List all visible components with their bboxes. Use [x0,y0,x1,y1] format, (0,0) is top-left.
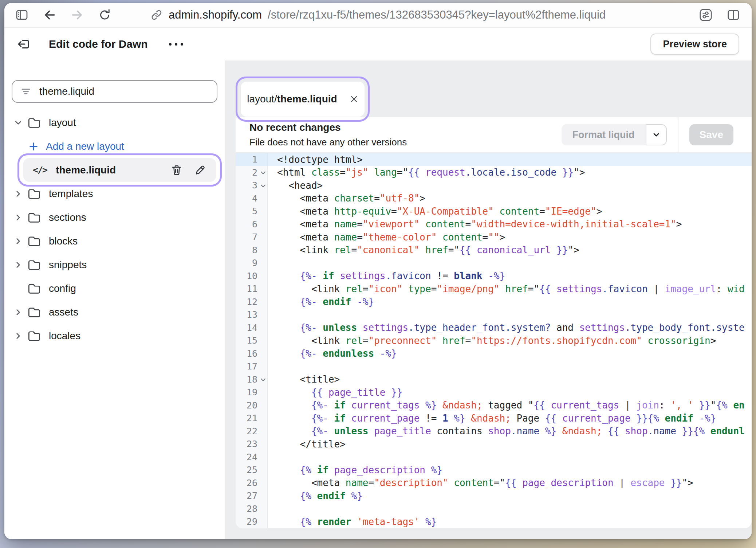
code-line-8[interactable]: 8 <link rel="canonical" href="{{ canonic… [236,244,752,257]
line-number: 7 [236,231,268,244]
code-line-15[interactable]: 15 <link rel="preconnect" href="https://… [236,334,752,347]
reload-icon[interactable] [98,8,112,22]
code-line-16[interactable]: 16 {%- endunless -%} [236,347,752,360]
chevron-right-icon[interactable] [13,308,23,316]
version-infobar: No recent changes File does not have any… [236,117,752,153]
line-number: 16 [236,347,268,360]
sidebar-folder-locales[interactable]: locales [4,324,225,348]
code-line-20[interactable]: 20 {%- if current_tags %} &ndash; tagged… [236,399,752,412]
code-text: <link rel="preconnect" href="https://fon… [268,335,752,346]
format-dropdown-button[interactable] [646,124,667,145]
sidebar-folder-assets[interactable]: assets [4,300,225,324]
format-liquid-button[interactable]: Format liquid [562,124,646,145]
code-text: {%- if settings.favicon != blank -%} [268,270,752,281]
more-options-icon[interactable] [169,43,183,46]
line-number: 22 [236,425,268,438]
page-title: Edit code for Dawn [49,38,148,50]
back-icon[interactable] [42,8,57,22]
forward-icon[interactable] [70,8,84,22]
code-line-6[interactable]: 6 <meta name="viewport" content="width=d… [236,218,752,231]
code-line-7[interactable]: 7 <meta name="theme-color" content=""> [236,231,752,244]
code-line-18[interactable]: 18 <title> [236,373,752,386]
line-number: 15 [236,334,268,347]
code-line-29[interactable]: 29 {% render 'meta-tags' %} [236,515,752,528]
code-line-12[interactable]: 12 {%- endif -%} [236,295,752,309]
selected-file-item[interactable]: </>theme.liquid [23,158,216,182]
sidebar-folder-config[interactable]: config [4,277,225,300]
fold-toggle-icon[interactable] [260,170,266,176]
code-line-14[interactable]: 14 {%- unless settings.type_header_font.… [236,321,752,334]
folder-label: assets [49,306,78,318]
code-line-5[interactable]: 5 <meta http-equiv="X-UA-Compatible" con… [236,205,752,218]
line-number: 23 [236,438,268,451]
line-number: 21 [236,412,268,425]
sidebar-folder-sections[interactable]: sections [4,206,225,229]
code-line-24[interactable]: 24 [236,451,752,464]
code-line-13[interactable]: 13 [236,308,752,321]
code-line-1[interactable]: 1<!doctype html> [236,153,752,166]
code-line-2[interactable]: 2<html class="js" lang="{{ request.local… [236,166,752,179]
fold-toggle-icon[interactable] [260,183,266,189]
code-text: <html class="js" lang="{{ request.locale… [268,167,752,178]
tab-theme-liquid[interactable]: layout/theme.liquid [241,82,365,117]
sidebar-action-add-layout[interactable]: Add a new layout [4,134,225,158]
code-line-21[interactable]: 21 {%- if current_page != 1 %} &ndash; P… [236,412,752,425]
code-text: <!doctype html> [268,154,752,165]
chevron-right-icon[interactable] [13,214,23,222]
file-sidebar: theme.liquid layoutAdd a new layout</>th… [4,60,225,539]
fold-toggle-icon[interactable] [260,377,266,383]
page-settings-icon[interactable] [698,8,713,22]
format-liquid-split-button: Format liquid [562,124,667,145]
line-number: 10 [236,270,268,283]
code-line-25[interactable]: 25 {% if page_description %} [236,463,752,477]
filter-icon [20,85,32,98]
code-line-27[interactable]: 27 {% endif %} [236,489,752,502]
address-bar[interactable]: admin.shopify.com/store/rzq1xu-f5/themes… [150,3,606,27]
code-line-23[interactable]: 23 </title> [236,438,752,451]
sidebar-folder-blocks[interactable]: blocks [4,229,225,253]
chevron-down-icon[interactable] [13,119,23,127]
code-text: <meta name="viewport" content="width=dev… [268,219,752,230]
save-button[interactable]: Save [689,124,733,145]
code-line-9[interactable]: 9 [236,257,752,270]
code-line-28[interactable]: 28 [236,502,752,516]
sidebar-toggle-icon[interactable] [15,8,29,22]
add-layout-label: Add a new layout [46,141,124,152]
sidebar-file-theme-liquid[interactable]: </>theme.liquid [4,158,225,182]
chevron-right-icon[interactable] [13,190,23,198]
sidebar-folder-snippets[interactable]: snippets [4,253,225,277]
code-line-19[interactable]: 19 {{ page_title }} [236,386,752,399]
folder-label: locales [49,330,80,342]
infobar-divider [678,117,678,152]
code-line-17[interactable]: 17 [236,360,752,373]
line-number: 29 [236,515,268,528]
code-line-4[interactable]: 4 <meta charset="utf-8"> [236,192,752,205]
split-view-icon[interactable] [726,8,741,22]
url-host: admin.shopify.com [169,8,262,21]
line-number: 11 [236,282,268,295]
line-number: 26 [236,477,268,490]
delete-file-icon[interactable] [170,164,183,177]
chevron-right-icon[interactable] [13,261,23,269]
sidebar-folder-layout[interactable]: layout [4,111,225,134]
code-line-3[interactable]: 3 <head> [236,179,752,192]
chevron-right-icon[interactable] [13,237,23,245]
code-area[interactable]: 1<!doctype html>2<html class="js" lang="… [236,153,752,528]
tab-close-icon[interactable] [350,95,358,103]
code-text: <meta name="theme-color" content=""> [268,232,752,243]
line-number: 25 [236,463,268,477]
preview-store-button[interactable]: Preview store [650,34,739,55]
code-line-10[interactable]: 10 {%- if settings.favicon != blank -%} [236,270,752,283]
code-line-26[interactable]: 26 <meta name="description" content="{{ … [236,477,752,490]
file-search-input[interactable]: theme.liquid [12,80,217,103]
line-number: 2 [236,166,268,179]
line-number: 1 [236,153,268,166]
rename-file-icon[interactable] [193,164,206,177]
code-text: <link rel="canonical" href="{{ canonical… [268,244,752,255]
exit-icon[interactable] [17,37,31,51]
chevron-right-icon[interactable] [13,332,23,340]
sidebar-folder-templates[interactable]: templates [4,182,225,206]
code-line-11[interactable]: 11 <link rel="icon" type="image/png" hre… [236,282,752,295]
code-text: {%- unless settings.type_header_font.sys… [268,322,752,333]
code-line-22[interactable]: 22 {%- unless page_title contains shop.n… [236,425,752,438]
